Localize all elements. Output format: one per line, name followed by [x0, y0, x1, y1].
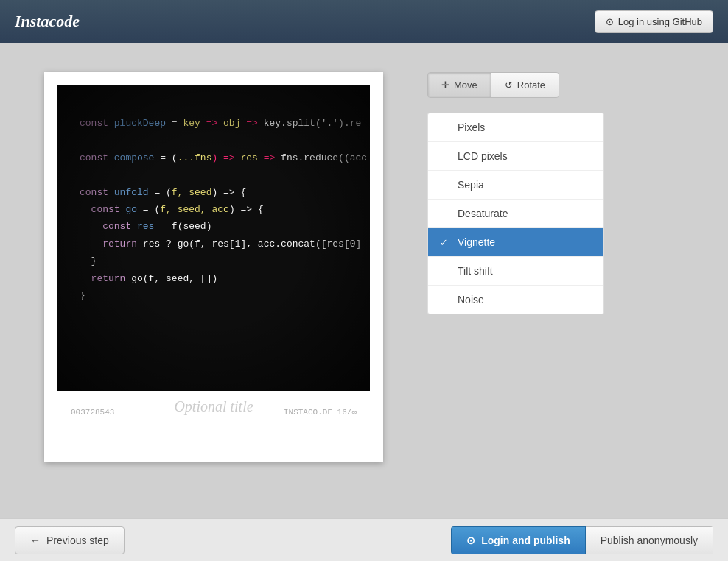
- filter-label: Noise: [458, 294, 484, 306]
- move-button[interactable]: ✛ Move: [428, 73, 491, 97]
- watermark-left: 003728543: [71, 408, 114, 417]
- filter-label: Desaturate: [458, 208, 508, 219]
- filter-item-vignette[interactable]: ✓Vignette: [428, 228, 603, 257]
- filter-item-noise[interactable]: Noise: [428, 286, 603, 314]
- logo: Instacode: [15, 12, 80, 31]
- move-icon: ✛: [441, 80, 449, 91]
- code-line: const go = (f, seed, acc) => {: [80, 201, 355, 218]
- code-line: const compose = (...fns) => res => fns.r…: [80, 149, 355, 166]
- filter-item-lcd-pixels[interactable]: LCD pixels: [428, 142, 603, 171]
- github-icon: ⊙: [466, 534, 475, 546]
- github-icon: ⊙: [606, 16, 614, 27]
- code-line: const res = f(seed): [80, 218, 355, 235]
- code-content: const pluckDeep = key => obj => key.spli…: [57, 85, 370, 319]
- login-publish-button[interactable]: ⊙ Login and publish: [451, 526, 586, 554]
- publish-anonymous-button[interactable]: Publish anonymously: [586, 526, 713, 554]
- filter-label: Tilt shift: [458, 265, 493, 277]
- bottom-bar: ← Previous step ⊙ Login and publish Publ…: [0, 518, 728, 561]
- code-line: return go(f, seed, []): [80, 270, 355, 287]
- publish-buttons: ⊙ Login and publish Publish anonymously: [451, 526, 713, 554]
- filter-item-desaturate[interactable]: Desaturate: [428, 200, 603, 228]
- filter-item-sepia[interactable]: Sepia: [428, 171, 603, 200]
- filter-label: Vignette: [458, 236, 495, 248]
- filter-list: PixelsLCD pixelsSepiaDesaturate✓Vignette…: [427, 113, 604, 314]
- login-button[interactable]: ⊙ Log in using GitHub: [595, 10, 713, 33]
- main-content: const pluckDeep = key => obj => key.spli…: [0, 43, 728, 492]
- right-panel: ✛ Move ↺ Rotate PixelsLCD pixelsSepiaDes…: [427, 72, 684, 314]
- code-line: [80, 132, 355, 149]
- code-preview: const pluckDeep = key => obj => key.spli…: [57, 85, 370, 391]
- move-rotate-toggle: ✛ Move ↺ Rotate: [427, 72, 559, 98]
- code-line: return res ? go(f, res[1], acc.concat([r…: [80, 236, 355, 253]
- watermark-right: INSTACO.DE 16/∞: [284, 408, 357, 417]
- polaroid-card: const pluckDeep = key => obj => key.spli…: [44, 72, 383, 462]
- code-line: [80, 166, 355, 183]
- code-line: const unfold = (f, seed) => {: [80, 184, 355, 201]
- filter-item-pixels[interactable]: Pixels: [428, 113, 603, 142]
- code-line: }: [80, 253, 355, 269]
- check-icon: ✓: [440, 237, 452, 248]
- filter-label: Pixels: [458, 121, 485, 133]
- code-line: }: [80, 287, 355, 304]
- arrow-left-icon: ←: [30, 534, 41, 546]
- previous-step-button[interactable]: ← Previous step: [15, 526, 125, 554]
- code-line: const pluckDeep = key => obj => key.spli…: [80, 115, 355, 132]
- filter-label: Sepia: [458, 179, 484, 191]
- header: Instacode ⊙ Log in using GitHub: [0, 0, 728, 43]
- filter-item-tilt-shift[interactable]: Tilt shift: [428, 257, 603, 286]
- rotate-icon: ↺: [505, 80, 513, 91]
- rotate-button[interactable]: ↺ Rotate: [491, 73, 559, 97]
- filter-label: LCD pixels: [458, 150, 508, 162]
